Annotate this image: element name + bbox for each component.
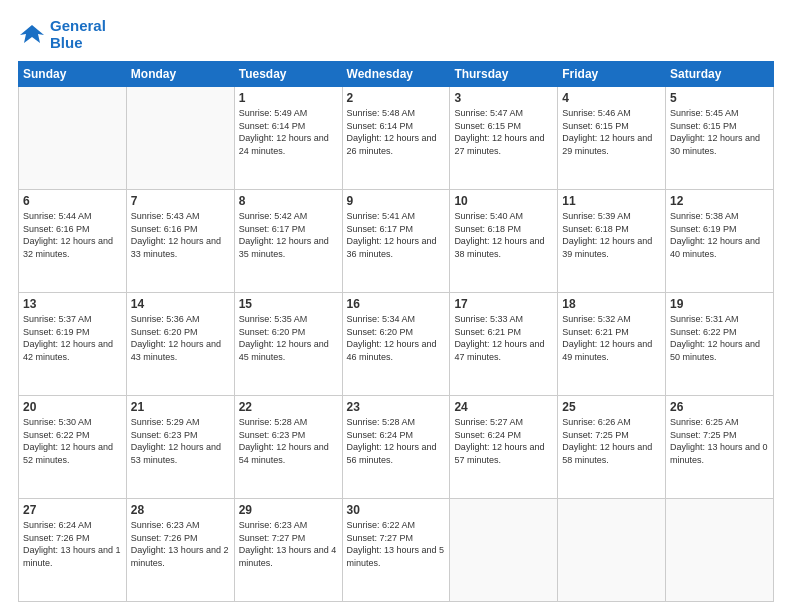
day-info: Sunrise: 5:31 AM Sunset: 6:22 PM Dayligh… <box>670 313 769 363</box>
day-info: Sunrise: 5:47 AM Sunset: 6:15 PM Dayligh… <box>454 107 553 157</box>
day-number: 21 <box>131 400 230 414</box>
day-info: Sunrise: 6:25 AM Sunset: 7:25 PM Dayligh… <box>670 416 769 466</box>
day-number: 3 <box>454 91 553 105</box>
day-info: Sunrise: 5:32 AM Sunset: 6:21 PM Dayligh… <box>562 313 661 363</box>
calendar-cell: 13Sunrise: 5:37 AM Sunset: 6:19 PM Dayli… <box>19 293 127 396</box>
day-number: 4 <box>562 91 661 105</box>
calendar-cell: 22Sunrise: 5:28 AM Sunset: 6:23 PM Dayli… <box>234 396 342 499</box>
calendar-cell: 30Sunrise: 6:22 AM Sunset: 7:27 PM Dayli… <box>342 499 450 602</box>
calendar-cell: 18Sunrise: 5:32 AM Sunset: 6:21 PM Dayli… <box>558 293 666 396</box>
day-number: 6 <box>23 194 122 208</box>
day-info: Sunrise: 5:33 AM Sunset: 6:21 PM Dayligh… <box>454 313 553 363</box>
calendar-cell: 29Sunrise: 6:23 AM Sunset: 7:27 PM Dayli… <box>234 499 342 602</box>
day-info: Sunrise: 5:36 AM Sunset: 6:20 PM Dayligh… <box>131 313 230 363</box>
calendar-cell: 25Sunrise: 6:26 AM Sunset: 7:25 PM Dayli… <box>558 396 666 499</box>
calendar-cell: 17Sunrise: 5:33 AM Sunset: 6:21 PM Dayli… <box>450 293 558 396</box>
calendar-header-row: SundayMondayTuesdayWednesdayThursdayFrid… <box>19 62 774 87</box>
calendar-cell: 12Sunrise: 5:38 AM Sunset: 6:19 PM Dayli… <box>666 190 774 293</box>
day-number: 5 <box>670 91 769 105</box>
day-info: Sunrise: 6:26 AM Sunset: 7:25 PM Dayligh… <box>562 416 661 466</box>
day-number: 2 <box>347 91 446 105</box>
day-info: Sunrise: 5:49 AM Sunset: 6:14 PM Dayligh… <box>239 107 338 157</box>
calendar-cell: 6Sunrise: 5:44 AM Sunset: 6:16 PM Daylig… <box>19 190 127 293</box>
day-info: Sunrise: 5:45 AM Sunset: 6:15 PM Dayligh… <box>670 107 769 157</box>
day-info: Sunrise: 6:24 AM Sunset: 7:26 PM Dayligh… <box>23 519 122 569</box>
day-info: Sunrise: 5:44 AM Sunset: 6:16 PM Dayligh… <box>23 210 122 260</box>
calendar-cell: 24Sunrise: 5:27 AM Sunset: 6:24 PM Dayli… <box>450 396 558 499</box>
calendar-cell <box>558 499 666 602</box>
day-number: 27 <box>23 503 122 517</box>
calendar-cell: 1Sunrise: 5:49 AM Sunset: 6:14 PM Daylig… <box>234 87 342 190</box>
day-number: 12 <box>670 194 769 208</box>
day-info: Sunrise: 5:27 AM Sunset: 6:24 PM Dayligh… <box>454 416 553 466</box>
day-info: Sunrise: 6:23 AM Sunset: 7:26 PM Dayligh… <box>131 519 230 569</box>
day-number: 16 <box>347 297 446 311</box>
calendar-cell: 27Sunrise: 6:24 AM Sunset: 7:26 PM Dayli… <box>19 499 127 602</box>
day-number: 9 <box>347 194 446 208</box>
calendar-header-sunday: Sunday <box>19 62 127 87</box>
calendar-cell <box>666 499 774 602</box>
day-number: 23 <box>347 400 446 414</box>
day-info: Sunrise: 5:34 AM Sunset: 6:20 PM Dayligh… <box>347 313 446 363</box>
logo-text: General Blue <box>50 18 106 51</box>
calendar-cell: 16Sunrise: 5:34 AM Sunset: 6:20 PM Dayli… <box>342 293 450 396</box>
day-number: 15 <box>239 297 338 311</box>
day-number: 10 <box>454 194 553 208</box>
calendar-cell: 7Sunrise: 5:43 AM Sunset: 6:16 PM Daylig… <box>126 190 234 293</box>
svg-marker-0 <box>20 25 44 43</box>
calendar-table: SundayMondayTuesdayWednesdayThursdayFrid… <box>18 61 774 602</box>
day-number: 20 <box>23 400 122 414</box>
calendar-cell: 21Sunrise: 5:29 AM Sunset: 6:23 PM Dayli… <box>126 396 234 499</box>
calendar-cell <box>450 499 558 602</box>
calendar-cell: 26Sunrise: 6:25 AM Sunset: 7:25 PM Dayli… <box>666 396 774 499</box>
calendar-cell: 28Sunrise: 6:23 AM Sunset: 7:26 PM Dayli… <box>126 499 234 602</box>
calendar-cell: 3Sunrise: 5:47 AM Sunset: 6:15 PM Daylig… <box>450 87 558 190</box>
page: General Blue SundayMondayTuesdayWednesda… <box>0 0 792 612</box>
calendar-cell: 23Sunrise: 5:28 AM Sunset: 6:24 PM Dayli… <box>342 396 450 499</box>
day-info: Sunrise: 5:30 AM Sunset: 6:22 PM Dayligh… <box>23 416 122 466</box>
day-number: 30 <box>347 503 446 517</box>
day-number: 1 <box>239 91 338 105</box>
calendar-cell: 5Sunrise: 5:45 AM Sunset: 6:15 PM Daylig… <box>666 87 774 190</box>
calendar-week-4: 27Sunrise: 6:24 AM Sunset: 7:26 PM Dayli… <box>19 499 774 602</box>
calendar-cell: 4Sunrise: 5:46 AM Sunset: 6:15 PM Daylig… <box>558 87 666 190</box>
day-number: 8 <box>239 194 338 208</box>
calendar-header-tuesday: Tuesday <box>234 62 342 87</box>
day-info: Sunrise: 5:28 AM Sunset: 6:24 PM Dayligh… <box>347 416 446 466</box>
day-number: 28 <box>131 503 230 517</box>
calendar-cell <box>19 87 127 190</box>
day-info: Sunrise: 5:29 AM Sunset: 6:23 PM Dayligh… <box>131 416 230 466</box>
day-number: 25 <box>562 400 661 414</box>
calendar-header-saturday: Saturday <box>666 62 774 87</box>
day-number: 19 <box>670 297 769 311</box>
day-info: Sunrise: 5:28 AM Sunset: 6:23 PM Dayligh… <box>239 416 338 466</box>
calendar-week-2: 13Sunrise: 5:37 AM Sunset: 6:19 PM Dayli… <box>19 293 774 396</box>
calendar-header-thursday: Thursday <box>450 62 558 87</box>
day-number: 18 <box>562 297 661 311</box>
calendar-cell: 10Sunrise: 5:40 AM Sunset: 6:18 PM Dayli… <box>450 190 558 293</box>
day-info: Sunrise: 5:40 AM Sunset: 6:18 PM Dayligh… <box>454 210 553 260</box>
calendar-week-0: 1Sunrise: 5:49 AM Sunset: 6:14 PM Daylig… <box>19 87 774 190</box>
day-info: Sunrise: 5:41 AM Sunset: 6:17 PM Dayligh… <box>347 210 446 260</box>
day-info: Sunrise: 6:23 AM Sunset: 7:27 PM Dayligh… <box>239 519 338 569</box>
day-number: 22 <box>239 400 338 414</box>
day-info: Sunrise: 5:48 AM Sunset: 6:14 PM Dayligh… <box>347 107 446 157</box>
day-number: 24 <box>454 400 553 414</box>
day-number: 13 <box>23 297 122 311</box>
day-number: 17 <box>454 297 553 311</box>
calendar-header-friday: Friday <box>558 62 666 87</box>
day-info: Sunrise: 5:35 AM Sunset: 6:20 PM Dayligh… <box>239 313 338 363</box>
calendar-cell: 9Sunrise: 5:41 AM Sunset: 6:17 PM Daylig… <box>342 190 450 293</box>
day-info: Sunrise: 6:22 AM Sunset: 7:27 PM Dayligh… <box>347 519 446 569</box>
calendar-header-monday: Monday <box>126 62 234 87</box>
logo-icon <box>18 21 46 49</box>
calendar-header-wednesday: Wednesday <box>342 62 450 87</box>
day-number: 14 <box>131 297 230 311</box>
day-info: Sunrise: 5:37 AM Sunset: 6:19 PM Dayligh… <box>23 313 122 363</box>
day-number: 7 <box>131 194 230 208</box>
day-info: Sunrise: 5:42 AM Sunset: 6:17 PM Dayligh… <box>239 210 338 260</box>
logo: General Blue <box>18 18 106 51</box>
day-info: Sunrise: 5:39 AM Sunset: 6:18 PM Dayligh… <box>562 210 661 260</box>
calendar-cell: 20Sunrise: 5:30 AM Sunset: 6:22 PM Dayli… <box>19 396 127 499</box>
day-number: 26 <box>670 400 769 414</box>
